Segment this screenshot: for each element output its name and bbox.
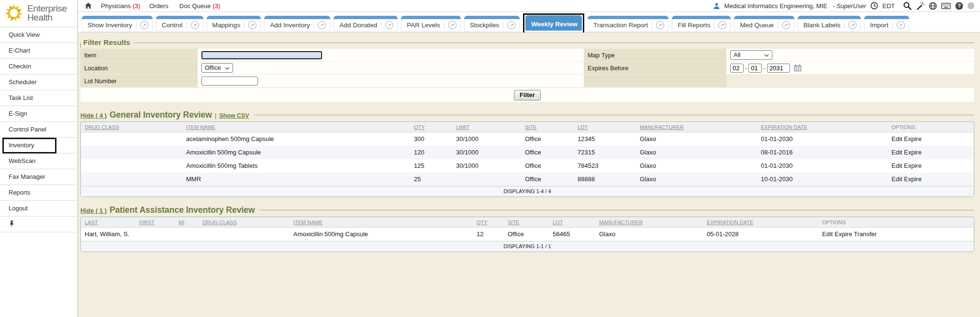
table-row: Amoxicillin 500mg Capsule 120 30/1000 Of… bbox=[81, 146, 974, 159]
sidebar-item-scheduler[interactable]: Scheduler bbox=[0, 75, 78, 90]
expires-year-input[interactable] bbox=[767, 64, 790, 73]
tab-mappings[interactable]: Mappings↗ bbox=[207, 16, 261, 32]
keyboard-icon[interactable] bbox=[941, 3, 951, 9]
home-icon[interactable] bbox=[85, 2, 92, 9]
sidebar-item-control-panel[interactable]: Control Panel bbox=[0, 122, 78, 138]
col-drug-class[interactable]: DRUG CLASS bbox=[199, 217, 290, 228]
lot-number-input[interactable] bbox=[201, 77, 258, 86]
open-in-new-icon[interactable]: ↗ bbox=[385, 21, 393, 29]
open-in-new-icon[interactable]: ↗ bbox=[318, 21, 326, 29]
cell-lot: 56465 bbox=[549, 228, 595, 241]
sidebar-item-e-chart[interactable]: E-Chart bbox=[0, 43, 78, 59]
item-input[interactable] bbox=[201, 51, 322, 59]
sidebar-item-webscan[interactable]: WebScan bbox=[0, 153, 78, 169]
tab-add-inventory[interactable]: Add Inventory↗ bbox=[264, 16, 330, 32]
open-in-new-icon[interactable]: ↗ bbox=[897, 21, 905, 29]
tab-blank-labels[interactable]: Blank Labels↗ bbox=[798, 16, 861, 32]
tab-weekly-review[interactable]: Weekly Review bbox=[525, 15, 582, 31]
col-limit[interactable]: LIMIT bbox=[452, 122, 521, 132]
sidebar-pin-toggle[interactable] bbox=[0, 217, 78, 232]
cell-options[interactable]: Edit Expire bbox=[888, 159, 974, 173]
tab-divider bbox=[778, 22, 778, 29]
search-icon[interactable] bbox=[903, 1, 912, 10]
patient-hide-link[interactable]: Hide ( 1 ) bbox=[80, 207, 107, 214]
cell-options[interactable]: Edit Expire bbox=[888, 173, 974, 186]
menu-orders[interactable]: Orders bbox=[149, 2, 170, 10]
col-qty[interactable]: QTY bbox=[410, 122, 452, 132]
sidebar-item-task-list[interactable]: Task List bbox=[0, 90, 78, 106]
menu-doc-queue[interactable]: Doc Queue (3) bbox=[179, 2, 221, 10]
sidebar-item-logout[interactable]: Logout bbox=[0, 201, 78, 217]
open-in-new-icon[interactable]: ↗ bbox=[782, 21, 790, 29]
col-expiration-date[interactable]: EXPIRATION DATE bbox=[757, 122, 888, 132]
col-item-name[interactable]: ITEM NAME bbox=[290, 217, 473, 228]
general-hide-link[interactable]: Hide ( 4 ) bbox=[80, 112, 107, 119]
globe-icon[interactable] bbox=[929, 2, 937, 10]
col-qty[interactable]: QTY bbox=[473, 217, 504, 228]
col-site[interactable]: SITE bbox=[521, 122, 574, 132]
sidebar-item-e-sign[interactable]: E-Sign bbox=[0, 106, 78, 122]
wand-icon[interactable] bbox=[916, 1, 924, 10]
sidebar-item-quick-view[interactable]: Quick View bbox=[0, 27, 78, 43]
tab-divider bbox=[892, 22, 893, 29]
tab-fill-reports[interactable]: Fill Reports↗ bbox=[672, 16, 731, 32]
col-lot[interactable]: LOT bbox=[574, 122, 636, 132]
presence-indicator[interactable] bbox=[968, 2, 974, 9]
expires-month-input[interactable] bbox=[730, 64, 744, 73]
cell-drug-class bbox=[81, 146, 182, 159]
col-first[interactable]: FIRST bbox=[135, 217, 175, 228]
open-in-new-icon[interactable]: ↗ bbox=[718, 21, 726, 29]
sidebar-item-reports[interactable]: Reports bbox=[0, 185, 78, 201]
tab-strip bbox=[588, 16, 668, 19]
open-in-new-icon[interactable]: ↗ bbox=[507, 21, 515, 29]
tab-strip bbox=[464, 16, 520, 19]
col-lot[interactable]: LOT bbox=[549, 217, 595, 228]
calendar-icon[interactable] bbox=[793, 64, 802, 72]
tab-control[interactable]: Control↗ bbox=[156, 16, 203, 32]
open-in-new-icon[interactable]: ↗ bbox=[140, 21, 148, 29]
menu-physicians[interactable]: Physicians (3) bbox=[101, 2, 140, 10]
cell-options[interactable]: Edit Expire bbox=[888, 132, 974, 146]
col-site[interactable]: SITE bbox=[504, 217, 549, 228]
tab-strip bbox=[207, 16, 261, 19]
help-icon[interactable]: ? bbox=[955, 2, 963, 10]
open-in-new-icon[interactable]: ↗ bbox=[248, 21, 256, 29]
tab-med-queue[interactable]: Med Queue↗ bbox=[734, 16, 794, 32]
patient-assistance-table: LAST FIRST MI DRUG CLASS ITEM NAME QTY S… bbox=[80, 217, 974, 252]
col-expiration-date[interactable]: EXPIRATION DATE bbox=[703, 217, 818, 228]
tab-stockpiles[interactable]: Stockpiles↗ bbox=[464, 16, 520, 32]
open-in-new-icon[interactable]: ↗ bbox=[848, 21, 857, 29]
col-drug-class[interactable]: DRUG CLASS bbox=[81, 122, 182, 132]
tab-divider bbox=[187, 22, 187, 29]
legend-rule bbox=[134, 43, 974, 43]
col-manufacturer[interactable]: MANUFACTURER bbox=[595, 217, 703, 228]
filter-button[interactable]: Filter bbox=[514, 90, 541, 100]
map-type-select[interactable]: All bbox=[730, 50, 772, 60]
col-last[interactable]: LAST bbox=[81, 217, 135, 228]
cell-options[interactable]: Edit Expire Transfer bbox=[818, 228, 974, 241]
col-manufacturer[interactable]: MANUFACTURER bbox=[636, 122, 757, 132]
tab-par-levels[interactable]: PAR Levels↗ bbox=[401, 16, 461, 32]
tab-show-inventory[interactable]: Show Inventory↗ bbox=[82, 16, 153, 32]
location-select[interactable]: Office bbox=[201, 63, 233, 73]
show-csv-link[interactable]: Show CSV bbox=[219, 112, 249, 119]
open-in-new-icon[interactable]: ↗ bbox=[191, 21, 199, 29]
item-label: Item bbox=[80, 49, 198, 61]
user-name[interactable]: Medical Informatics Engineering, MIE bbox=[724, 2, 827, 10]
open-in-new-icon[interactable]: ↗ bbox=[656, 21, 664, 29]
cell-options[interactable]: Edit Expire bbox=[888, 146, 974, 159]
sidebar-item-fax-manager[interactable]: Fax Manager bbox=[0, 169, 78, 185]
cell-limit bbox=[452, 173, 521, 186]
col-item-name[interactable]: ITEM NAME bbox=[182, 122, 410, 132]
sidebar-item-inventory[interactable]: Inventory bbox=[0, 138, 78, 153]
col-mi[interactable]: MI bbox=[175, 217, 199, 228]
tab-import[interactable]: Import↗ bbox=[864, 16, 909, 32]
open-in-new-icon[interactable]: ↗ bbox=[448, 21, 457, 29]
cell-mi bbox=[175, 228, 199, 241]
tab-add-donated[interactable]: Add Donated↗ bbox=[334, 16, 398, 32]
table-row: Hart, William, S. Amoxicillin 500mg Caps… bbox=[81, 228, 974, 241]
tab-transaction-report[interactable]: Transaction Report↗ bbox=[588, 16, 668, 32]
clock-icon[interactable] bbox=[870, 2, 878, 10]
sidebar-item-checkin[interactable]: Checkin bbox=[0, 59, 78, 75]
expires-day-input[interactable] bbox=[748, 64, 762, 73]
